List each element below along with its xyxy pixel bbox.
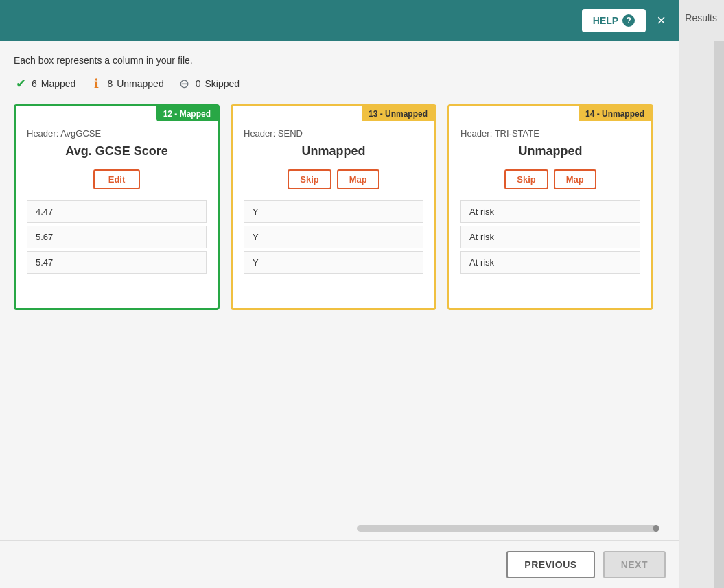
card-12-title: Avg. GCSE Score [27, 144, 207, 158]
skipped-stat: ⊖ 0 Skipped [178, 77, 240, 91]
modal: HELP ? × Each box represents a column in… [0, 0, 679, 588]
description-text: Each box represents a column in your fil… [14, 55, 666, 66]
card-14-header: Header: TRI-STATE [460, 128, 640, 139]
data-row: Y [244, 200, 423, 223]
skipped-label: Skipped [205, 78, 240, 89]
previous-button[interactable]: PREVIOUS [506, 551, 594, 578]
card-14-data-rows: At risk At risk At risk [460, 200, 640, 274]
help-label: HELP [593, 15, 618, 26]
cards-container[interactable]: 12 - Mapped Header: AvgGCSE Avg. GCSE Sc… [14, 104, 666, 519]
card-14: 14 - Unmapped Header: TRI-STATE Unmapped… [447, 104, 653, 310]
card-14-actions: Skip Map [460, 169, 640, 189]
results-text: Results [685, 12, 717, 23]
modal-body: Each box represents a column in your fil… [0, 41, 679, 540]
data-row: 5.47 [27, 251, 207, 274]
mapped-icon: ✔ [14, 77, 27, 91]
data-row: At risk [460, 200, 640, 223]
skipped-icon: ⊖ [178, 77, 191, 91]
skip-button-14[interactable]: Skip [504, 169, 548, 189]
data-row: Y [244, 251, 423, 274]
stats-row: ✔ 6 Mapped ℹ 8 Unmapped ⊖ 0 Skipped [14, 77, 666, 91]
close-button[interactable]: × [651, 10, 671, 31]
next-button: NEXT [603, 551, 666, 578]
card-13-header: Header: SEND [244, 128, 423, 139]
card-13-badge: 13 - Unmapped [362, 106, 434, 121]
card-12-badge: 12 - Mapped [156, 106, 218, 121]
card-13-actions: Skip Map [244, 169, 423, 189]
data-row: At risk [460, 251, 640, 274]
card-13: 13 - Unmapped Header: SEND Unmapped Skip… [231, 104, 436, 310]
data-row: 4.47 [27, 200, 207, 223]
card-14-badge: 14 - Unmapped [579, 106, 651, 121]
card-12-data-rows: 4.47 5.67 5.47 [27, 200, 207, 274]
unmapped-label: Unmapped [117, 78, 164, 89]
edit-button-12[interactable]: Edit [93, 169, 141, 189]
unmapped-stat: ℹ 8 Unmapped [89, 77, 163, 91]
card-13-inner: Header: SEND Unmapped Skip Map Y Y Y [233, 106, 434, 308]
map-button-14[interactable]: Map [554, 169, 596, 189]
scroll-thumb [653, 525, 659, 532]
sidebar-scrollbar[interactable] [714, 41, 724, 588]
horizontal-scrollbar[interactable] [14, 522, 666, 534]
map-button-13[interactable]: Map [337, 169, 379, 189]
card-13-title: Unmapped [244, 144, 423, 158]
help-button[interactable]: HELP ? [582, 9, 646, 32]
mapped-count: 6 [32, 78, 37, 89]
card-13-data-rows: Y Y Y [244, 200, 423, 274]
data-row: 5.67 [27, 226, 207, 248]
modal-header: HELP ? × [0, 0, 679, 41]
unmapped-count: 8 [107, 78, 113, 89]
card-12-actions: Edit [27, 169, 207, 189]
unmapped-icon: ℹ [89, 77, 103, 91]
card-14-inner: Header: TRI-STATE Unmapped Skip Map At r… [449, 106, 651, 308]
skip-button-13[interactable]: Skip [288, 169, 331, 189]
modal-footer: PREVIOUS NEXT [0, 540, 679, 588]
mapped-label: Mapped [41, 78, 76, 89]
data-row: Y [244, 226, 423, 248]
card-12: 12 - Mapped Header: AvgGCSE Avg. GCSE Sc… [14, 104, 220, 310]
skipped-count: 0 [196, 78, 201, 89]
card-14-title: Unmapped [460, 144, 640, 158]
card-12-header: Header: AvgGCSE [27, 128, 207, 139]
help-icon: ? [622, 14, 635, 27]
mapped-stat: ✔ 6 Mapped [14, 77, 75, 91]
scroll-track [357, 525, 659, 532]
data-row: At risk [460, 226, 640, 248]
card-12-inner: Header: AvgGCSE Avg. GCSE Score Edit 4.4… [16, 106, 218, 308]
